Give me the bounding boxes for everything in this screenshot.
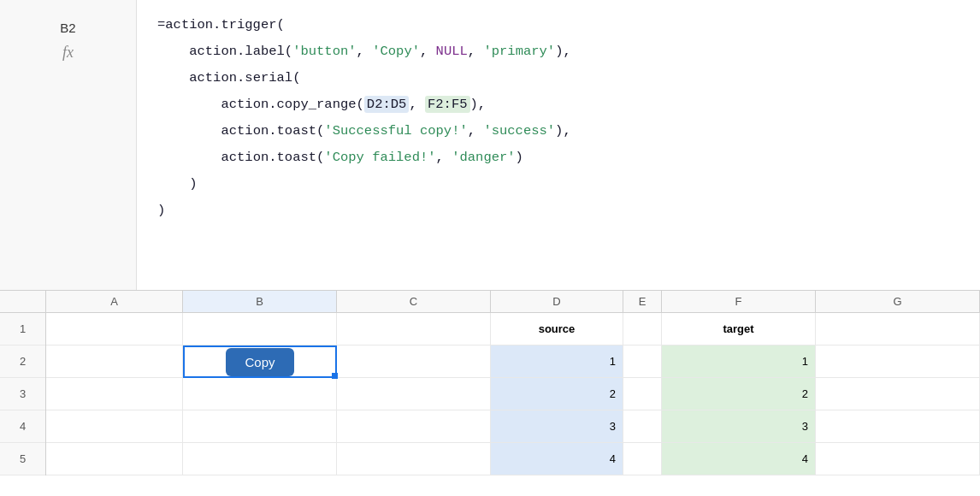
cell-c2[interactable] bbox=[337, 345, 491, 378]
cell-g5[interactable] bbox=[816, 443, 980, 475]
col-header-a: A bbox=[46, 291, 183, 312]
row-num-4: 4 bbox=[0, 410, 45, 443]
code-line-2: action.label('button', 'Copy', NULL, 'pr… bbox=[157, 38, 959, 65]
row-num-1: 1 bbox=[0, 313, 45, 345]
cell-a5[interactable] bbox=[46, 443, 183, 475]
cell-d2[interactable]: 1 bbox=[491, 345, 623, 378]
spreadsheet-area: 1 2 3 4 5 A B C D E F G source target bbox=[0, 291, 980, 475]
fx-icon: fx bbox=[62, 44, 74, 62]
cell-c4[interactable] bbox=[337, 410, 491, 443]
cell-a3[interactable] bbox=[46, 378, 183, 410]
row-num-5: 5 bbox=[0, 443, 45, 475]
cell-b1[interactable] bbox=[183, 313, 337, 345]
cell-b2[interactable]: Copy bbox=[183, 345, 337, 378]
cell-d5[interactable]: 4 bbox=[491, 443, 623, 475]
table-row: 2 2 bbox=[46, 378, 980, 410]
cell-e5[interactable] bbox=[623, 443, 662, 475]
cell-d3[interactable]: 2 bbox=[491, 378, 623, 410]
col-header-e: E bbox=[623, 291, 662, 312]
copy-button[interactable]: Copy bbox=[226, 348, 293, 376]
row-num-2: 2 bbox=[0, 345, 45, 378]
cell-f2[interactable]: 1 bbox=[662, 345, 816, 378]
code-line-7: ) bbox=[157, 171, 959, 198]
col-headers: A B C D E F G bbox=[46, 291, 980, 313]
row-numbers-panel: 1 2 3 4 5 bbox=[0, 291, 46, 475]
code-line-1: =action.trigger( bbox=[157, 12, 959, 38]
col-header-d: D bbox=[491, 291, 623, 312]
col-header-f: F bbox=[662, 291, 816, 312]
cell-e1[interactable] bbox=[623, 313, 662, 345]
code-line-5: action.toast('Successful copy!', 'succes… bbox=[157, 118, 959, 145]
cell-a1[interactable] bbox=[46, 313, 183, 345]
code-line-8: ) bbox=[157, 198, 959, 224]
cell-d4[interactable]: 3 bbox=[491, 410, 623, 443]
table-row: 3 3 bbox=[46, 410, 980, 443]
table-row: Copy 1 1 bbox=[46, 345, 980, 378]
cell-e2[interactable] bbox=[623, 345, 662, 378]
table-row: 4 4 bbox=[46, 443, 980, 475]
cell-f4[interactable]: 3 bbox=[662, 410, 816, 443]
cell-f5[interactable]: 4 bbox=[662, 443, 816, 475]
cell-e3[interactable] bbox=[623, 378, 662, 410]
cell-c5[interactable] bbox=[337, 443, 491, 475]
cell-d1[interactable]: source bbox=[491, 313, 623, 345]
editor-area: B2 fx =action.trigger( action.label('but… bbox=[0, 0, 980, 291]
grid-rows: source target Copy 1 1 bbox=[46, 313, 980, 475]
cell-reference: B2 bbox=[60, 21, 75, 35]
cell-e4[interactable] bbox=[623, 410, 662, 443]
row-num-header bbox=[0, 291, 45, 313]
code-line-4: action.copy_range(D2:D5, F2:F5), bbox=[157, 92, 959, 118]
table-row: source target bbox=[46, 313, 980, 345]
row-num-3: 3 bbox=[0, 378, 45, 410]
line-numbers-panel: B2 fx bbox=[0, 0, 137, 290]
cell-f3[interactable]: 2 bbox=[662, 378, 816, 410]
cell-b5[interactable] bbox=[183, 443, 337, 475]
cell-b3[interactable] bbox=[183, 378, 337, 410]
grid-area: A B C D E F G source target bbox=[46, 291, 980, 475]
cell-g3[interactable] bbox=[816, 378, 980, 410]
cell-a4[interactable] bbox=[46, 410, 183, 443]
cell-a2[interactable] bbox=[46, 345, 183, 378]
col-header-g: G bbox=[816, 291, 980, 312]
cell-c3[interactable] bbox=[337, 378, 491, 410]
col-header-c: C bbox=[337, 291, 491, 312]
code-line-6: action.toast('Copy failed!', 'danger') bbox=[157, 145, 959, 171]
cell-g4[interactable] bbox=[816, 410, 980, 443]
cell-c1[interactable] bbox=[337, 313, 491, 345]
cell-g2[interactable] bbox=[816, 345, 980, 378]
col-header-b: B bbox=[183, 291, 337, 312]
resize-handle[interactable] bbox=[332, 373, 338, 379]
cell-f1[interactable]: target bbox=[662, 313, 816, 345]
code-line-3: action.serial( bbox=[157, 65, 959, 92]
cell-b4[interactable] bbox=[183, 410, 337, 443]
cell-g1[interactable] bbox=[816, 313, 980, 345]
code-editor[interactable]: =action.trigger( action.label('button', … bbox=[137, 0, 980, 290]
